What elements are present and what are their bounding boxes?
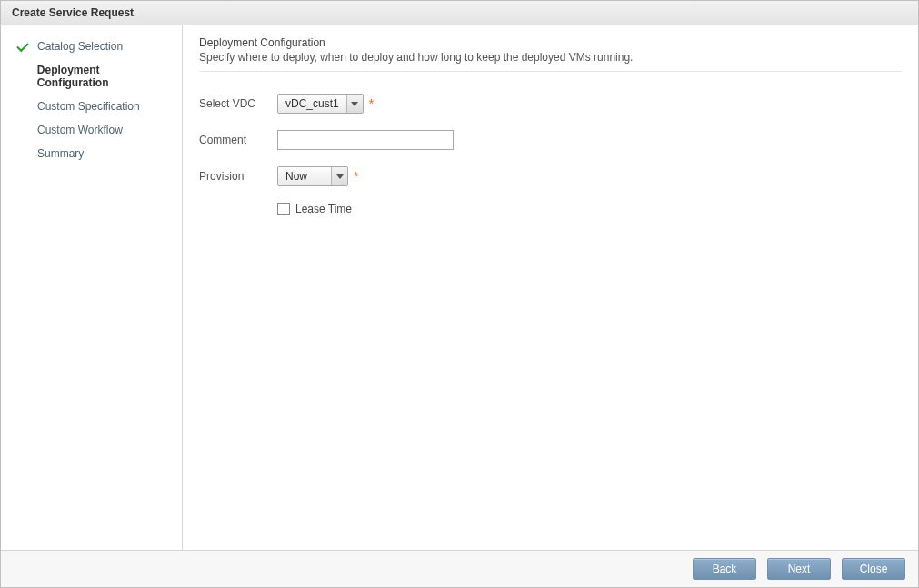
row-provision: Provision Now * (199, 166, 902, 186)
comment-input[interactable] (277, 130, 454, 150)
step-catalog-selection[interactable]: Catalog Selection (1, 35, 182, 58)
page-header: Deployment Configuration Specify where t… (199, 36, 902, 72)
step-summary[interactable]: Summary (1, 142, 182, 165)
wizard-steps-sidebar: Catalog Selection Deployment Configurati… (1, 25, 183, 550)
step-deployment-configuration[interactable]: Deployment Configuration (1, 58, 182, 95)
provision-value: Now (278, 167, 331, 185)
dialog-footer: Back Next Close (1, 550, 918, 587)
step-label: Summary (37, 147, 84, 160)
label-select-vdc: Select VDC (199, 97, 277, 110)
next-button[interactable]: Next (767, 558, 831, 580)
select-vdc-value: vDC_cust1 (278, 95, 346, 113)
chevron-down-icon (331, 167, 347, 185)
check-icon (17, 148, 32, 159)
chevron-down-icon (346, 95, 363, 113)
check-icon (17, 125, 32, 135)
step-custom-workflow[interactable]: Custom Workflow (1, 118, 182, 142)
back-button[interactable]: Back (693, 558, 756, 580)
row-comment: Comment (199, 130, 902, 150)
create-service-request-dialog: Create Service Request Catalog Selection… (0, 0, 919, 588)
close-button[interactable]: Close (842, 558, 905, 580)
step-label: Custom Specification (37, 100, 140, 113)
step-label: Custom Workflow (37, 124, 123, 136)
provision-dropdown[interactable]: Now (277, 166, 348, 186)
check-icon (17, 71, 32, 82)
label-provision: Provision (199, 170, 277, 183)
check-icon (17, 41, 32, 52)
select-vdc-dropdown[interactable]: vDC_cust1 (277, 94, 364, 114)
page-subtitle: Specify where to deploy, when to deploy … (199, 51, 902, 64)
check-icon (17, 101, 32, 112)
dialog-title: Create Service Request (1, 1, 918, 25)
main-panel: Deployment Configuration Specify where t… (183, 25, 918, 550)
required-icon: * (354, 170, 358, 183)
row-lease-time: Lease Time (277, 203, 902, 215)
step-custom-specification[interactable]: Custom Specification (1, 95, 182, 118)
step-label: Deployment Configuration (37, 64, 173, 89)
label-comment: Comment (199, 134, 277, 146)
label-lease-time: Lease Time (295, 203, 352, 215)
page-title: Deployment Configuration (199, 36, 902, 49)
step-label: Catalog Selection (37, 40, 123, 53)
dialog-body: Catalog Selection Deployment Configurati… (1, 25, 918, 550)
lease-time-checkbox[interactable] (277, 203, 290, 215)
row-select-vdc: Select VDC vDC_cust1 * (199, 94, 902, 114)
required-icon: * (369, 97, 374, 110)
